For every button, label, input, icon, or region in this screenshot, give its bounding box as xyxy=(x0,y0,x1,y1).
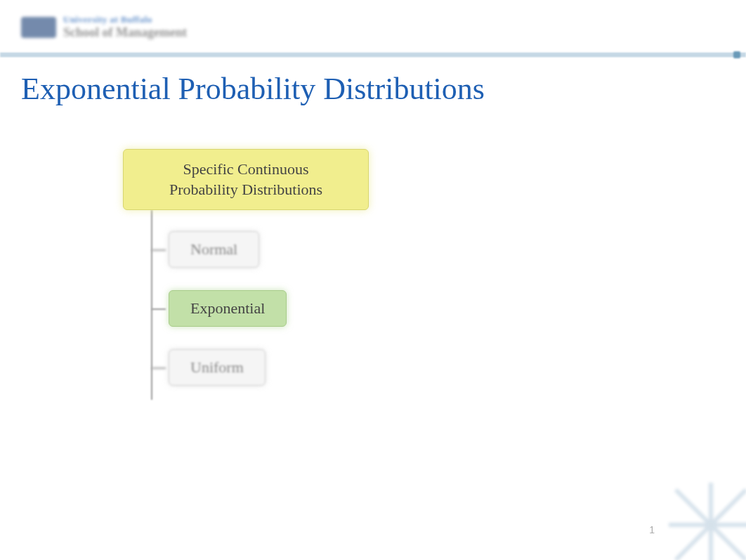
diagram-child-label: Uniform xyxy=(190,358,244,376)
tree-connector-line xyxy=(151,210,152,400)
logo-text-bottom: School of Management xyxy=(63,25,187,40)
diagram-child-uniform: Uniform xyxy=(169,349,266,386)
diagram-child-exponential: Exponential xyxy=(169,290,287,327)
logo-text-top: University at Buffalo xyxy=(63,14,187,25)
diagram-root-label: Specific ContinuousProbability Distribut… xyxy=(169,160,322,198)
logo-text: University at Buffalo School of Manageme… xyxy=(63,14,187,40)
diagram-child-label: Normal xyxy=(190,240,237,258)
slide-title: Exponential Probability Distributions xyxy=(0,71,746,107)
diagram-child-normal: Normal xyxy=(169,231,259,268)
page-number: 1 xyxy=(649,524,655,535)
header-divider xyxy=(0,53,746,57)
slide-header: University at Buffalo School of Manageme… xyxy=(0,0,746,47)
diagram-root-box: Specific ContinuousProbability Distribut… xyxy=(123,149,369,210)
hierarchy-diagram: Specific ContinuousProbability Distribut… xyxy=(123,149,474,386)
university-logo-icon xyxy=(21,17,56,38)
diagram-child-label: Exponential xyxy=(190,299,265,317)
corner-decoration-icon xyxy=(662,476,746,560)
diagram-children: Normal Exponential Uniform xyxy=(169,231,474,386)
logo-area: University at Buffalo School of Manageme… xyxy=(21,14,725,40)
